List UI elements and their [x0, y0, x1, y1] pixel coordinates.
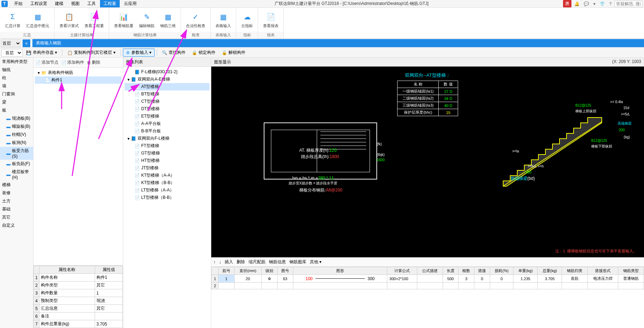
cat-板洞(N)[interactable]: ▬ 板洞(N)	[0, 139, 33, 147]
menu-视图[interactable]: 视图	[68, 0, 83, 7]
ribbon-表格输入[interactable]: ▦表格输入	[213, 11, 233, 29]
cat-板受力筋(S)[interactable]: ▬ 板受力筋(S)	[0, 147, 33, 160]
template-ET型楼梯[interactable]: 📄 ET型楼梯	[125, 113, 210, 120]
cat-楼层板带(H)[interactable]: ▬ 楼层板带(H)	[0, 168, 33, 181]
template-LT型楼梯（A-A）[interactable]: 📄 LT型楼梯（A-A）	[125, 187, 210, 194]
prop-row[interactable]: 3构件数量1	[34, 289, 123, 297]
toolbar-参数输入[interactable]: ⚙ 参数输入 ▾	[123, 49, 155, 57]
cat-梁[interactable]: 梁	[0, 98, 33, 106]
prop-row[interactable]: 7构件总重量(kg)3.705	[34, 320, 123, 328]
template-B-B平台板[interactable]: 📄 B-B平台板	[125, 127, 210, 135]
rebar-row-empty[interactable]: 2	[212, 283, 644, 289]
rebar-btn-↑[interactable]: ↑	[213, 260, 215, 265]
cat-柱帽(V)[interactable]: ▬ 柱帽(V)	[0, 131, 33, 139]
cat-楼梯[interactable]: 楼梯	[0, 181, 33, 189]
template-FT型楼梯[interactable]: 📄 FT型楼梯	[125, 142, 210, 150]
low-beam: 低端梯梁(bd)	[511, 176, 535, 182]
toolbar-查找构件[interactable]: 🔍 查找构件	[159, 49, 188, 56]
prop-row[interactable]: 1构件名称构件1	[34, 274, 123, 282]
floor-select[interactable]: 首层	[1, 49, 23, 57]
cat-装修[interactable]: 装修	[0, 189, 33, 197]
diagram-canvas[interactable]: 双网双向--AT型楼梯： 名 称数 值一级钢筋锚固(la1)27 D二级钢筋锚固…	[211, 67, 644, 257]
rebar-btn-删除[interactable]: 删除	[237, 259, 245, 265]
rebar-btn-钢筋图库[interactable]: 钢筋图库	[289, 259, 306, 265]
template-KT型楼梯（B-B）[interactable]: 📄 KT型楼梯（B-B）	[125, 179, 210, 187]
cat-自定义[interactable]: 自定义	[0, 221, 33, 229]
menu-工具[interactable]: 工具	[84, 0, 99, 7]
floor-select-small[interactable]: 首层	[1, 39, 21, 47]
cat-门窗洞[interactable]: 门窗洞	[0, 90, 33, 98]
toolbar-解锁构件[interactable]: 🔓 解锁构件	[219, 49, 248, 56]
template-AT型楼梯[interactable]: 📄 AT型楼梯	[125, 83, 210, 90]
prop-row[interactable]: 6备注	[34, 313, 123, 320]
cat-基础[interactable]: 基础	[0, 205, 33, 213]
toolbar-单构件存盘[interactable]: 💾 单构件存盘 ▾	[23, 49, 60, 56]
prop-row[interactable]: 2构件类型其它	[34, 282, 123, 289]
prop-row[interactable]: 4预制类型现浇	[34, 297, 123, 305]
cat-其它[interactable]: 其它	[0, 213, 33, 221]
cat-板[interactable]: 板	[0, 106, 33, 114]
rebar-btn-↓[interactable]: ↓	[219, 260, 221, 265]
cat-墙[interactable]: 墙	[0, 82, 33, 90]
template-A-A平台板[interactable]: 📄 A-A平台板	[125, 120, 210, 127]
down-icon[interactable]: ▾	[592, 1, 597, 7]
user-badge[interactable]: 唐	[563, 0, 571, 7]
template-双网双向F-L楼梯[interactable]: ▾ 📘 双网双向F-L楼梯	[125, 135, 210, 142]
component-toolbar: 📄 添加节点 📄 添加构件 🗑 删除	[33, 58, 123, 68]
tree-root[interactable]: ▾ 📁 表格构件钢筋	[35, 69, 121, 76]
cat-常用构件类型[interactable]: 常用构件类型	[0, 58, 33, 66]
template-CT型楼梯[interactable]: 📄 CT型楼梯	[125, 98, 210, 105]
toolbar-复制构件到其它楼层[interactable]: 📋 复制构件到其它楼层 ▾	[64, 49, 118, 56]
ribbon-查看工程量[interactable]: 📄查看工程量	[82, 11, 106, 29]
rebar-row[interactable]: 1120Φ63100300300+2*1005003001.2353.705直筋…	[212, 275, 644, 283]
ribbon-钢筋三维[interactable]: ▦钢筋三维	[158, 11, 178, 29]
menu-云应用[interactable]: 云应用	[120, 0, 140, 7]
delete-button[interactable]: 🗑 删除	[87, 59, 100, 65]
cat-土方[interactable]: 土方	[0, 197, 33, 205]
ribbon-查看计算式[interactable]: 📋查看计算式	[57, 11, 81, 29]
rebar-btn-插入[interactable]: 插入	[225, 259, 233, 265]
ribbon-汇总选中图元[interactable]: ▦汇总选中图元	[24, 11, 51, 29]
cat-板负筋(F)[interactable]: ▬ 板负筋(F)	[0, 160, 33, 168]
template-F-L楼梯(03G101-2)[interactable]: 📘 F-L楼梯(03G101-2)	[125, 68, 210, 76]
template-LT型楼梯（B-B）[interactable]: 📄 LT型楼梯（B-B）	[125, 194, 210, 201]
template-JT型楼梯[interactable]: 📄 JT型楼梯	[125, 164, 210, 172]
ribbon-汇总计算[interactable]: Σ汇总计算	[3, 11, 23, 29]
v200b: 200	[525, 170, 531, 174]
arrow-icon[interactable]: «	[23, 39, 30, 47]
skin-icon[interactable]: 👕	[598, 1, 606, 7]
template-GT型楼梯[interactable]: 📄 GT型楼梯	[125, 150, 210, 157]
toolbar-锁定构件[interactable]: 🔒 锁定构件	[189, 49, 218, 56]
menu-工程量[interactable]: 工程量	[100, 0, 120, 7]
ribbon-查看报表[interactable]: 📄查看报表	[261, 11, 281, 29]
menu-建模[interactable]: 建模	[51, 0, 67, 7]
h-label: AT. 梯板厚度(h):120	[299, 147, 337, 153]
menu-工程设置[interactable]: 工程设置	[27, 0, 51, 7]
tree-item[interactable]: 📄 构件1	[35, 76, 121, 84]
rebar-btn-缩尺配筋[interactable]: 缩尺配筋	[249, 259, 265, 265]
rebar-btn-钢筋信息[interactable]: 钢筋信息	[269, 259, 286, 265]
ribbon-编辑钢筋[interactable]: ✎编辑钢筋	[137, 11, 157, 29]
search-input[interactable]	[614, 1, 643, 7]
rebar-btn-其他 ▾[interactable]: 其他 ▾	[310, 259, 321, 265]
menu-开始[interactable]: 开始	[11, 0, 26, 7]
template-BT型楼梯[interactable]: 📄 BT型楼梯	[125, 90, 210, 98]
cat-现浇板(B)[interactable]: ▬ 现浇板(B)	[0, 114, 33, 122]
ribbon-查看钢筋量[interactable]: 📊查看钢筋量	[112, 11, 136, 29]
cat-轴线[interactable]: 轴线	[0, 66, 33, 74]
top-rebar-label: 梯板上部纵筋	[575, 109, 596, 114]
template-DT型楼梯[interactable]: 📄 DT型楼梯	[125, 105, 210, 113]
add-component-button[interactable]: 📄 添加构件	[61, 59, 84, 65]
bell-icon[interactable]: 🔔	[573, 1, 581, 7]
template-双网双向A-E楼梯[interactable]: ▾ 📘 双网双向A-E楼梯	[125, 76, 210, 83]
template-HT型楼梯[interactable]: 📄 HT型楼梯	[125, 157, 210, 164]
prop-row[interactable]: 5汇总信息其它	[34, 305, 123, 313]
ribbon-合法性检查[interactable]: ✓合法性检查	[184, 11, 207, 29]
add-node-button[interactable]: 📄 添加节点	[36, 59, 58, 65]
template-KT型楼梯（A-A）[interactable]: 📄 KT型楼梯（A-A）	[125, 172, 210, 179]
help-icon[interactable]: ?	[608, 1, 613, 7]
chat-icon[interactable]: 💬	[582, 1, 590, 7]
ribbon-云指标[interactable]: ☁云指标	[239, 11, 255, 29]
cat-螺旋板(B)[interactable]: ▬ 螺旋板(B)	[0, 122, 33, 131]
cat-柱[interactable]: 柱	[0, 74, 33, 82]
